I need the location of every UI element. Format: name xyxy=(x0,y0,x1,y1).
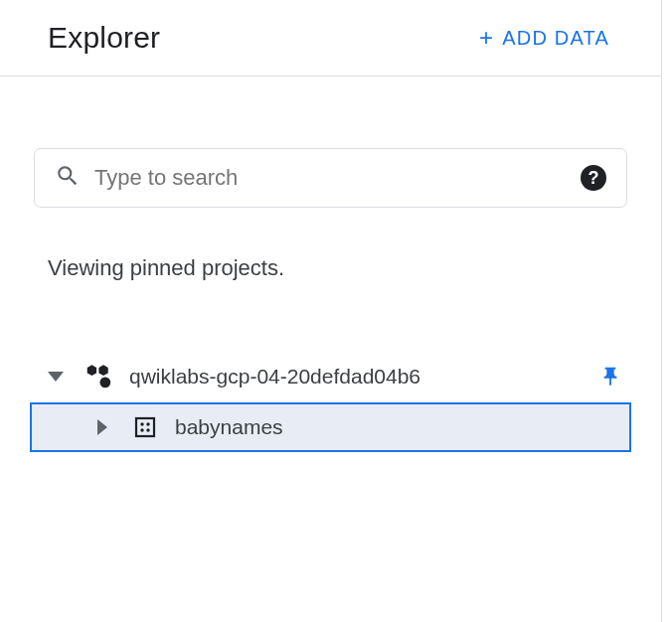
explorer-content: ? Viewing pinned projects. qwiklabs-gcp-… xyxy=(0,77,661,452)
explorer-header: Explorer + ADD DATA xyxy=(0,0,661,77)
dataset-icon xyxy=(133,415,157,439)
resource-tree: qwiklabs-gcp-04-20defdad04b6 babyn xyxy=(24,353,637,452)
explorer-panel: Explorer + ADD DATA ? Viewing pinned pro… xyxy=(0,0,662,622)
add-data-label: ADD DATA xyxy=(502,27,609,50)
project-node[interactable]: qwiklabs-gcp-04-20defdad04b6 xyxy=(24,353,637,400)
svg-point-3 xyxy=(146,422,149,425)
search-box[interactable]: ? xyxy=(34,148,627,208)
svg-point-0 xyxy=(99,377,110,388)
dataset-label: babynames xyxy=(175,415,613,439)
caret-down-icon[interactable] xyxy=(48,372,64,382)
pin-icon[interactable] xyxy=(599,366,621,388)
svg-point-4 xyxy=(140,428,143,431)
pinned-status-text: Viewing pinned projects. xyxy=(48,255,637,281)
add-data-button[interactable]: + ADD DATA xyxy=(475,18,613,58)
svg-rect-1 xyxy=(136,418,154,436)
panel-title: Explorer xyxy=(48,21,160,55)
plus-icon: + xyxy=(479,26,494,50)
project-label: qwiklabs-gcp-04-20defdad04b6 xyxy=(129,365,599,389)
search-input[interactable] xyxy=(94,165,567,191)
project-icon xyxy=(85,363,113,390)
dataset-node-babynames[interactable]: babynames xyxy=(30,402,631,452)
svg-point-2 xyxy=(140,422,143,425)
svg-point-5 xyxy=(146,428,149,431)
help-icon[interactable]: ? xyxy=(581,165,606,191)
search-icon xyxy=(55,163,81,193)
caret-right-icon[interactable] xyxy=(97,419,107,435)
